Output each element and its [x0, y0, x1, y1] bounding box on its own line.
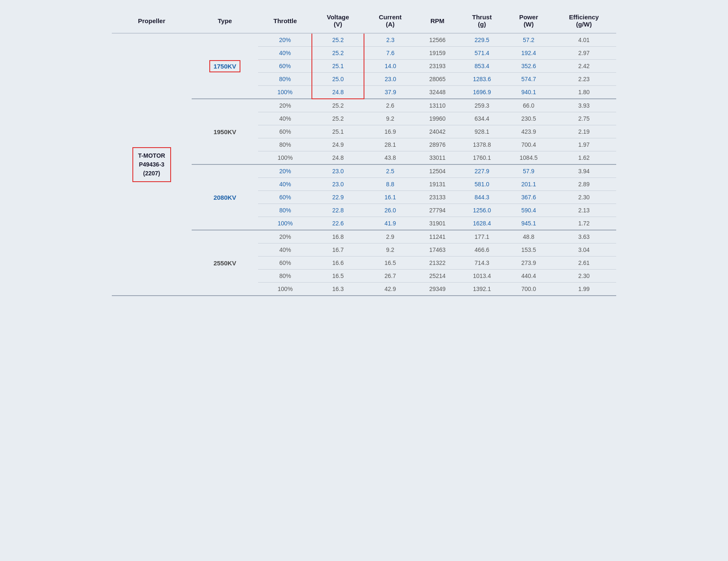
voltage-value: 23.0 — [312, 178, 364, 191]
throttle-value: 60% — [258, 257, 312, 270]
efficiency-value: 2.61 — [552, 257, 616, 270]
propeller-cell: T-MOTOR P49436-3 (2207) — [112, 33, 192, 296]
header-current: Current (A) — [364, 8, 417, 33]
header-power: Power (W) — [506, 8, 552, 33]
throttle-value: 100% — [258, 283, 312, 296]
type-cell: 1750KV — [192, 33, 258, 99]
voltage-value: 25.1 — [312, 125, 364, 138]
power-value: 940.1 — [506, 86, 552, 99]
table-row: T-MOTOR P49436-3 (2207) 1750KV20%25.22.3… — [112, 33, 616, 47]
thrust-value: 853.4 — [458, 60, 506, 73]
current-value: 26.7 — [364, 270, 417, 283]
efficiency-value: 4.01 — [552, 33, 616, 47]
current-value: 43.8 — [364, 151, 417, 165]
voltage-value: 16.5 — [312, 270, 364, 283]
efficiency-value: 3.94 — [552, 164, 616, 178]
current-value: 41.9 — [364, 217, 417, 230]
header-rpm: RPM — [417, 8, 458, 33]
efficiency-value: 1.62 — [552, 151, 616, 165]
rpm-value: 19131 — [417, 178, 458, 191]
efficiency-value: 1.80 — [552, 86, 616, 99]
voltage-value: 24.8 — [312, 151, 364, 165]
current-value: 9.2 — [364, 243, 417, 257]
efficiency-value: 3.93 — [552, 99, 616, 112]
throttle-value: 20% — [258, 164, 312, 178]
current-value: 37.9 — [364, 86, 417, 99]
thrust-value: 466.6 — [458, 243, 506, 257]
throttle-value: 80% — [258, 73, 312, 86]
rpm-value: 21322 — [417, 257, 458, 270]
thrust-value: 1283.6 — [458, 73, 506, 86]
thrust-value: 227.9 — [458, 164, 506, 178]
current-value: 16.5 — [364, 257, 417, 270]
data-table: Propeller Type Throttle Voltage (V) Curr… — [112, 8, 616, 296]
power-value: 700.0 — [506, 283, 552, 296]
thrust-value: 1696.9 — [458, 86, 506, 99]
efficiency-value: 2.19 — [552, 125, 616, 138]
thrust-value: 259.3 — [458, 99, 506, 112]
thrust-value: 1628.4 — [458, 217, 506, 230]
current-value: 14.0 — [364, 60, 417, 73]
efficiency-value: 2.42 — [552, 60, 616, 73]
throttle-value: 60% — [258, 191, 312, 204]
header-type: Type — [192, 8, 258, 33]
voltage-value: 25.2 — [312, 47, 364, 60]
current-value: 2.3 — [364, 33, 417, 47]
throttle-value: 100% — [258, 151, 312, 165]
thrust-value: 1760.1 — [458, 151, 506, 165]
power-value: 273.9 — [506, 257, 552, 270]
propeller-label: T-MOTOR P49436-3 (2207) — [132, 147, 171, 182]
rpm-value: 28976 — [417, 138, 458, 151]
efficiency-value: 1.97 — [552, 138, 616, 151]
power-value: 230.5 — [506, 112, 552, 125]
thrust-value: 714.3 — [458, 257, 506, 270]
header-efficiency: Efficiency (g/W) — [552, 8, 616, 33]
current-value: 8.8 — [364, 178, 417, 191]
power-value: 590.4 — [506, 204, 552, 217]
type-cell: 2080KV — [192, 164, 258, 230]
efficiency-value: 2.30 — [552, 270, 616, 283]
thrust-value: 177.1 — [458, 230, 506, 243]
power-value: 66.0 — [506, 99, 552, 112]
current-value: 42.9 — [364, 283, 417, 296]
voltage-value: 25.2 — [312, 33, 364, 47]
throttle-value: 80% — [258, 270, 312, 283]
power-value: 423.9 — [506, 125, 552, 138]
header-voltage: Voltage (V) — [312, 8, 364, 33]
power-value: 574.7 — [506, 73, 552, 86]
rpm-value: 12566 — [417, 33, 458, 47]
voltage-value: 25.1 — [312, 60, 364, 73]
voltage-value: 16.6 — [312, 257, 364, 270]
voltage-value: 23.0 — [312, 164, 364, 178]
rpm-value: 33011 — [417, 151, 458, 165]
voltage-value: 25.0 — [312, 73, 364, 86]
current-value: 2.6 — [364, 99, 417, 112]
thrust-value: 928.1 — [458, 125, 506, 138]
current-value: 7.6 — [364, 47, 417, 60]
voltage-value: 22.9 — [312, 191, 364, 204]
voltage-value: 16.3 — [312, 283, 364, 296]
thrust-value: 571.4 — [458, 47, 506, 60]
power-value: 440.4 — [506, 270, 552, 283]
voltage-value: 22.8 — [312, 204, 364, 217]
table-wrapper: Propeller Type Throttle Voltage (V) Curr… — [112, 8, 616, 296]
throttle-value: 40% — [258, 243, 312, 257]
power-value: 367.6 — [506, 191, 552, 204]
type-label: 2080KV — [214, 194, 236, 201]
rpm-value: 24042 — [417, 125, 458, 138]
rpm-value: 29349 — [417, 283, 458, 296]
header-throttle: Throttle — [258, 8, 312, 33]
throttle-value: 40% — [258, 178, 312, 191]
efficiency-value: 3.63 — [552, 230, 616, 243]
voltage-value: 24.8 — [312, 86, 364, 99]
current-value: 2.9 — [364, 230, 417, 243]
rpm-value: 17463 — [417, 243, 458, 257]
throttle-value: 60% — [258, 60, 312, 73]
throttle-value: 80% — [258, 204, 312, 217]
current-value: 2.5 — [364, 164, 417, 178]
thrust-value: 581.0 — [458, 178, 506, 191]
power-value: 700.4 — [506, 138, 552, 151]
power-value: 201.1 — [506, 178, 552, 191]
throttle-value: 20% — [258, 99, 312, 112]
header-thrust: Thrust (g) — [458, 8, 506, 33]
